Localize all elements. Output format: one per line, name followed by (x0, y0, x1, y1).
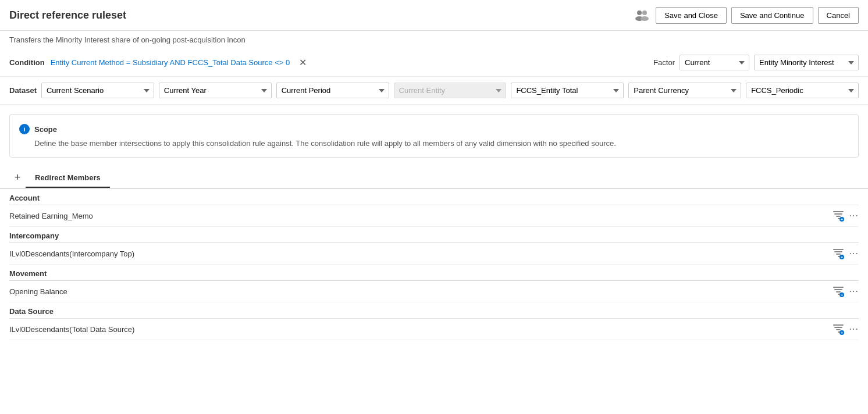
factor-section: Factor Current Prior Entity Minority Int… (653, 55, 859, 70)
svg-rect-12 (836, 254, 841, 255)
svg-rect-17 (834, 289, 842, 290)
dataset-period-dropdown[interactable]: Current Period (276, 83, 389, 98)
dataset-entitytotal-dropdown[interactable]: FCCS_Entity Total (511, 83, 624, 98)
scope-info-icon: i (19, 124, 30, 134)
movement-filter-icon[interactable]: + (832, 285, 845, 298)
table-row: Retained Earning_Memo + ··· (9, 205, 859, 227)
account-row-value: Retained Earning_Memo (9, 212, 832, 220)
svg-rect-5 (834, 213, 842, 215)
condition-row: Condition Entity Current Method = Subsid… (0, 49, 868, 77)
condition-label: Condition (9, 58, 45, 67)
svg-point-3 (641, 16, 649, 21)
svg-rect-10 (833, 249, 844, 250)
intercompany-section-label: Intercompany (9, 231, 859, 240)
dataset-row: Dataset Current Scenario Current Year Cu… (0, 77, 868, 105)
page-subtitle: Transfers the Minority Interest share of… (0, 31, 868, 49)
account-section-label: Account (9, 194, 859, 202)
movement-section-label: Movement (9, 269, 859, 278)
intercompany-more-icon[interactable]: ··· (849, 248, 859, 259)
factor-type-dropdown[interactable]: Entity Minority Interest (754, 55, 859, 70)
svg-point-0 (637, 10, 642, 15)
svg-text:+: + (841, 293, 843, 297)
datasource-section-label: Data Source (9, 307, 859, 316)
svg-rect-4 (833, 211, 844, 212)
account-more-icon[interactable]: ··· (849, 210, 859, 221)
movement-row-icons: + ··· (832, 285, 859, 298)
condition-close-icon[interactable]: ✕ (299, 57, 307, 68)
dataset-periodic-dropdown[interactable]: FCCS_Periodic (746, 83, 859, 98)
movement-more-icon[interactable]: ··· (849, 286, 859, 297)
scope-description: Define the base member intersections to … (34, 139, 849, 148)
user-icon[interactable] (632, 6, 651, 24)
table-row: ILvl0Descendants(Intercompany Top) + ··· (9, 243, 859, 265)
table-row: ILvl0Descendants(Total Data Source) + ··… (9, 319, 859, 340)
factor-dropdown[interactable]: Current Prior (680, 55, 749, 70)
account-row-icons: + ··· (832, 209, 859, 222)
section-header-datasource: Data Source (9, 302, 859, 319)
save-close-button[interactable]: Save and Close (656, 7, 727, 24)
dataset-scenario-dropdown[interactable]: Current Scenario (41, 83, 154, 98)
dataset-year-dropdown[interactable]: Current Year (159, 83, 272, 98)
svg-rect-16 (833, 287, 844, 288)
factor-label: Factor (653, 58, 675, 67)
scope-header: i Scope (19, 124, 849, 134)
svg-rect-23 (834, 327, 842, 328)
account-filter-icon[interactable]: + (832, 209, 845, 222)
svg-rect-18 (836, 291, 841, 292)
cancel-button[interactable]: Cancel (818, 7, 859, 24)
add-tab-button[interactable]: + (9, 167, 26, 188)
condition-value[interactable]: Entity Current Method = Subsidiary AND F… (51, 58, 290, 67)
svg-rect-22 (833, 324, 844, 326)
datasource-row-icons: + ··· (832, 323, 859, 336)
tab-redirect-members[interactable]: Redirect Members (26, 169, 110, 188)
scope-box: i Scope Define the base member intersect… (9, 114, 859, 158)
save-continue-button[interactable]: Save and Continue (731, 7, 813, 24)
scope-title: Scope (34, 125, 57, 134)
section-header-movement: Movement (9, 265, 859, 281)
section-header-account: Account (9, 189, 859, 205)
datasource-row-value: ILvl0Descendants(Total Data Source) (9, 325, 832, 334)
header-actions: Save and Close Save and Continue Cancel (632, 6, 859, 24)
dataset-label: Dataset (9, 86, 37, 95)
page-title: Direct reference ruleset (9, 9, 632, 22)
svg-text:+: + (841, 255, 843, 259)
page-header: Direct reference ruleset Save and Close … (0, 0, 868, 31)
svg-rect-24 (836, 329, 841, 330)
section-header-intercompany: Intercompany (9, 227, 859, 243)
dataset-currency-dropdown[interactable]: Parent Currency (628, 83, 741, 98)
movement-row-value: Opening Balance (9, 287, 832, 296)
tabs-row: + Redirect Members (0, 167, 868, 189)
intercompany-filter-icon[interactable]: + (832, 247, 845, 260)
svg-rect-11 (834, 251, 842, 252)
svg-point-2 (642, 10, 647, 15)
datasource-filter-icon[interactable]: + (832, 323, 845, 336)
intercompany-row-icons: + ··· (832, 247, 859, 260)
table-section: Account Retained Earning_Memo + ··· Inte… (0, 189, 868, 340)
svg-rect-6 (836, 216, 841, 217)
dataset-entity-dropdown[interactable]: Current Entity (394, 83, 507, 98)
datasource-more-icon[interactable]: ··· (849, 324, 859, 334)
users-icon-svg (634, 7, 650, 23)
table-row: Opening Balance + ··· (9, 281, 859, 302)
svg-text:+: + (841, 331, 843, 335)
intercompany-row-value: ILvl0Descendants(Intercompany Top) (9, 249, 832, 258)
svg-text:+: + (841, 217, 843, 222)
